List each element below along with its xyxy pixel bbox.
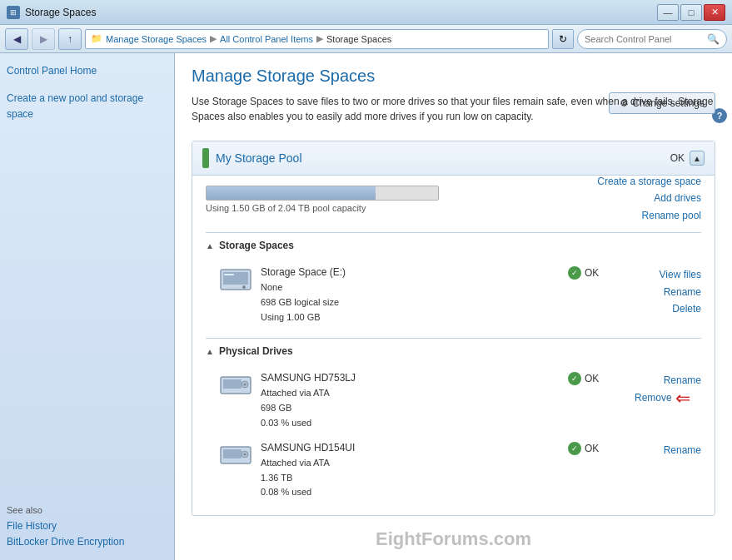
pool-color-bar [202,148,209,168]
physical-drives-collapse[interactable]: ▲ [206,347,214,356]
drive-1-ok-icon: ✓ [568,372,581,385]
drive-2-detail2: 1.36 TB [261,471,560,486]
drive-2-status: ✓ OK [568,440,626,455]
path-part-1[interactable]: Manage Storage Spaces [106,34,207,44]
app-icon: ⊞ [7,6,20,19]
pool-links: Create a storage space Add drives Rename… [597,173,701,224]
main-layout: Control Panel Home Create a new pool and… [0,53,732,560]
drive-2-icon [219,440,252,470]
drive-1-rename-link[interactable]: Rename [635,372,701,389]
drive-1-actions: Rename Remove ⇐ [635,370,701,407]
drive-2-rename-link[interactable]: Rename [635,442,701,458]
space-detail3: Using 1.00 GB [261,310,560,325]
path-separator-2: ▶ [316,33,323,44]
page-title: Manage Storage Spaces [192,67,715,86]
up-button[interactable]: ↑ [58,28,82,50]
storage-spaces-section-header: ▲ Storage Spaces [206,232,701,251]
file-history-link[interactable]: File History [7,518,167,534]
drive-2-info: SAMSUNG HD154UI Attached via ATA 1.36 TB… [261,440,560,500]
progress-bar-fill [207,186,376,200]
pool-header-left: My Storage Pool [202,148,302,168]
drive-item-1: SAMSUNG HD753LJ Attached via ATA 698 GB … [206,365,701,435]
space-status: ✓ OK [568,265,626,280]
drive-1-remove-link[interactable]: Remove [635,389,672,406]
pool-usage-section: Using 1.50 GB of 2.04 TB pool capacity C… [206,186,701,213]
see-also-label: See also [7,505,167,515]
close-button[interactable]: ✕ [704,4,725,21]
folder-icon: 📁 [91,33,102,44]
svg-rect-5 [223,379,242,389]
drive-1-detail3: 0.03 % used [261,416,560,431]
address-bar: ◀ ▶ ↑ 📁 Manage Storage Spaces ▶ All Cont… [0,25,732,53]
drive-1-name: SAMSUNG HD753LJ [261,370,560,386]
minimize-button[interactable]: — [657,4,679,21]
bitlocker-link[interactable]: BitLocker Drive Encryption [7,534,167,550]
sidebar-create-link[interactable]: Create a new pool and storage space [7,91,167,122]
drive-1-icon [219,370,252,400]
drive-2-detail1: Attached via ATA [261,456,560,471]
window-title: Storage Spaces [25,7,96,18]
space-status-text: OK [585,267,599,279]
drive-2-actions: Rename [635,440,701,458]
drive-2-name: SAMSUNG HD154UI [261,440,560,456]
search-input[interactable] [585,34,704,44]
space-detail2: 698 GB logical size [261,295,560,310]
back-button[interactable]: ◀ [5,28,28,50]
delete-link[interactable]: Delete [635,300,701,317]
pool-collapse-button[interactable]: ▲ [690,151,705,166]
storage-space-icon [219,265,252,295]
sidebar: Control Panel Home Create a new pool and… [0,53,175,560]
view-files-link[interactable]: View files [635,266,701,283]
rename-pool-link[interactable]: Rename pool [597,207,701,224]
storage-space-item: Storage Space (E:) None 698 GB logical s… [206,260,701,330]
drive-1-status-text: OK [585,373,599,384]
path-part-3: Storage Spaces [326,34,391,44]
drive-1-detail2: 698 GB [261,401,560,416]
physical-drives-section-header: ▲ Physical Drives [206,338,701,357]
sidebar-home-link[interactable]: Control Panel Home [7,63,167,79]
svg-rect-9 [223,449,242,458]
refresh-button[interactable]: ↻ [552,29,574,49]
storage-spaces-label: Storage Spaces [219,240,294,251]
space-name: Storage Space (E:) [261,265,560,280]
storage-spaces-collapse[interactable]: ▲ [206,241,214,250]
svg-rect-3 [224,274,234,275]
drive-2-ok-icon: ✓ [568,442,581,455]
pool-status: OK ▲ [670,151,705,166]
search-box[interactable]: 🔍 [577,29,727,49]
physical-drives-label: Physical Drives [219,345,293,357]
space-rename-link[interactable]: Rename [635,284,701,300]
pool-header: My Storage Pool OK ▲ [192,141,715,176]
path-separator-1: ▶ [210,33,217,44]
arrow-annotation: ⇐ [675,389,690,408]
maximize-button[interactable]: □ [680,4,702,21]
drive-2-detail3: 0.08 % used [261,485,560,500]
drive-2-status-text: OK [585,443,599,454]
content-area: ? Manage Storage Spaces Use Storage Spac… [175,53,732,560]
sidebar-see-also-section: See also File History BitLocker Drive En… [7,480,167,550]
watermark: EightForums.com [376,528,531,550]
space-ok-icon: ✓ [568,266,581,280]
space-actions: View files Rename Delete [635,265,701,317]
drive-1-status: ✓ OK [568,370,626,385]
pool-name: My Storage Pool [216,151,302,165]
svg-point-11 [244,453,246,456]
pool-panel: My Storage Pool OK ▲ Using 1.5 [192,141,715,516]
path-part-2[interactable]: All Control Panel Items [220,34,313,44]
drive-1-detail1: Attached via ATA [261,386,560,401]
pool-body: Using 1.50 GB of 2.04 TB pool capacity C… [192,176,715,515]
add-drives-link[interactable]: Add drives [597,190,701,206]
forward-button[interactable]: ▶ [32,28,55,50]
svg-point-2 [242,285,246,289]
pool-status-text: OK [670,152,685,164]
drive-item-2: SAMSUNG HD154UI Attached via ATA 1.36 TB… [206,435,701,505]
space-detail1: None [261,280,560,295]
window-controls: — □ ✕ [657,4,725,21]
drive-1-info: SAMSUNG HD753LJ Attached via ATA 698 GB … [261,370,560,430]
svg-point-7 [244,384,246,386]
create-storage-space-link[interactable]: Create a storage space [597,173,701,190]
search-icon: 🔍 [707,33,720,45]
progress-bar [206,186,439,201]
address-path[interactable]: 📁 Manage Storage Spaces ▶ All Control Pa… [85,29,549,49]
title-bar: ⊞ Storage Spaces — □ ✕ [0,0,732,25]
